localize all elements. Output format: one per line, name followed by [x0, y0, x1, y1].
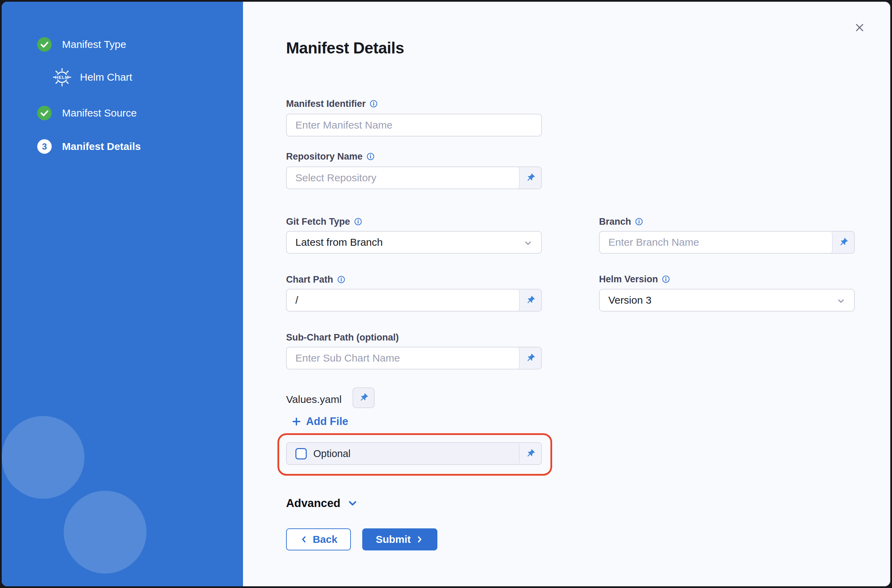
runtime-input-toggle[interactable] — [520, 290, 541, 311]
step-label: Manifest Details — [62, 139, 141, 154]
close-button[interactable] — [852, 19, 868, 36]
manifest-identifier-field — [286, 114, 542, 136]
info-icon[interactable] — [366, 152, 375, 160]
manifest-wizard-modal: Manifest Type — [2, 2, 890, 586]
git-fetch-type-select[interactable]: Latest from Branch — [286, 231, 542, 254]
branch-label: Branch — [599, 215, 643, 228]
wizard-sidebar: Manifest Type — [2, 2, 243, 586]
repository-name-label: Repository Name — [286, 150, 375, 163]
sidebar-subitem-helm-chart: HELM Helm Chart — [52, 68, 132, 87]
step-label: Manifest Source — [62, 106, 137, 120]
svg-text:HELM: HELM — [55, 75, 69, 80]
pin-icon — [839, 237, 848, 247]
sidebar-step-manifest-source[interactable]: Manifest Source — [37, 106, 137, 120]
manifest-details-panel: Manifest Details Manifest Identifier Rep… — [243, 2, 890, 586]
optional-field: Optional — [286, 442, 542, 465]
info-icon[interactable] — [662, 275, 670, 284]
helm-icon: HELM — [52, 68, 72, 87]
branch-input[interactable] — [608, 237, 823, 248]
sub-chart-path-label: Sub-Chart Path (optional) — [286, 331, 399, 344]
manifest-identifier-input[interactable] — [295, 119, 532, 131]
advanced-toggle[interactable]: Advanced — [286, 496, 359, 511]
runtime-input-toggle[interactable] — [520, 443, 541, 464]
sub-chart-path-field — [286, 347, 542, 369]
chevron-down-icon — [523, 237, 534, 249]
pin-icon — [526, 353, 535, 363]
info-icon[interactable] — [369, 100, 378, 108]
sidebar-step-manifest-details[interactable]: 3 Manifest Details — [37, 139, 141, 154]
info-icon[interactable] — [635, 218, 643, 226]
chevron-left-icon — [300, 535, 309, 544]
chart-path-label: Chart Path — [286, 273, 345, 286]
values-yaml-label: Values.yaml — [286, 393, 342, 406]
manifest-identifier-label: Manifest Identifier — [286, 98, 378, 110]
optional-checkbox-label: Optional — [313, 448, 351, 459]
pin-icon — [359, 393, 369, 403]
helm-version-select[interactable]: Version 3 — [599, 289, 855, 312]
chevron-down-icon — [835, 296, 847, 306]
submit-button[interactable]: Submit — [362, 528, 438, 550]
step-number: 3 — [42, 141, 47, 152]
chevron-down-icon — [346, 497, 359, 509]
sidebar-step-manifest-type[interactable]: Manifest Type — [37, 37, 126, 52]
pin-icon — [526, 173, 535, 183]
runtime-input-toggle[interactable] — [520, 347, 541, 369]
info-icon[interactable] — [337, 275, 345, 284]
values-yaml-runtime-toggle[interactable] — [352, 387, 375, 408]
plus-icon — [291, 416, 301, 427]
pin-icon — [526, 449, 535, 458]
chevron-right-icon — [415, 535, 424, 544]
close-icon — [854, 22, 865, 33]
optional-checkbox[interactable] — [295, 448, 307, 459]
chart-path-input[interactable] — [295, 294, 510, 306]
step-label: Manifest Type — [62, 37, 126, 52]
repository-name-field — [286, 166, 542, 189]
step-label: Helm Chart — [80, 70, 132, 84]
add-file-button[interactable]: Add File — [291, 414, 348, 429]
runtime-input-toggle[interactable] — [520, 167, 541, 189]
helm-version-label: Helm Version — [599, 273, 670, 285]
page-title: Manifest Details — [286, 39, 404, 57]
repository-name-input[interactable] — [295, 172, 510, 184]
info-icon[interactable] — [354, 218, 362, 226]
branch-field — [599, 231, 855, 254]
back-button[interactable]: Back — [286, 528, 351, 550]
sub-chart-path-input[interactable] — [295, 352, 510, 364]
check-circle-icon — [37, 106, 52, 120]
chart-path-field — [286, 289, 542, 312]
step-number-badge: 3 — [37, 139, 52, 154]
pin-icon — [526, 296, 535, 305]
check-circle-icon — [37, 37, 52, 52]
runtime-input-toggle[interactable] — [833, 232, 854, 253]
git-fetch-type-label: Git Fetch Type — [286, 215, 362, 228]
